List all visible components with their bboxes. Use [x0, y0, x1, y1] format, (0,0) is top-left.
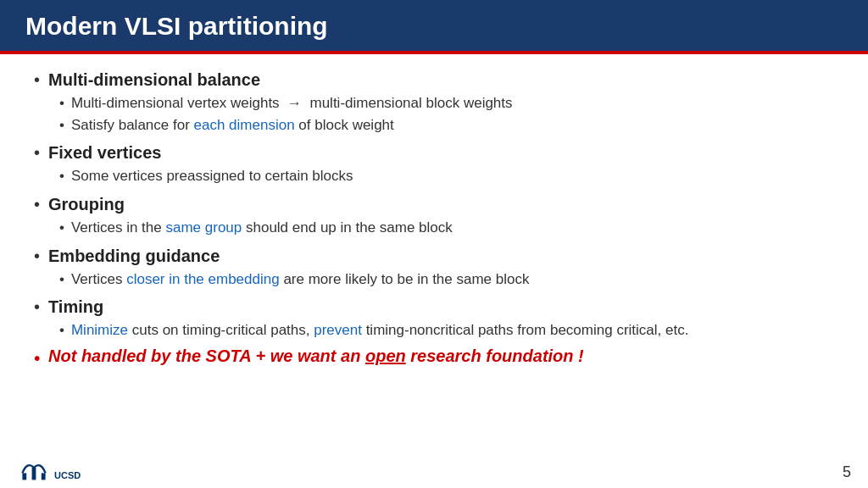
sub-bullet-dot: •: [59, 93, 64, 114]
sub-item: • Satisfy balance for each dimension of …: [59, 115, 834, 136]
main-list: • Multi-dimensional balance • Multi-dime…: [34, 68, 834, 375]
bullet-dot: •: [34, 141, 40, 164]
main-label-final: Not handled by the SOTA + we want an ope…: [48, 347, 584, 366]
main-bullet-fixed: • Fixed vertices: [34, 141, 834, 164]
page-number: 5: [843, 463, 851, 481]
main-bullet-embedding: • Embedding guidance: [34, 244, 834, 268]
sub-list-embedding: • Vertices closer in the embedding are m…: [59, 269, 834, 291]
main-label-embedding: Embedding guidance: [48, 244, 220, 268]
sub-bullet-dot: •: [59, 115, 64, 136]
main-bullet-timing: • Timing: [34, 295, 834, 319]
svg-rect-0: [22, 473, 26, 480]
main-bullet-final: • Not handled by the SOTA + we want an o…: [34, 347, 834, 370]
sub-list-timing: • Minimize cuts on timing-critical paths…: [59, 320, 834, 341]
ucsd-text: UCSD: [54, 470, 81, 480]
sub-item: • Multi-dimensional vertex weights → mul…: [59, 93, 834, 114]
main-label-grouping: Grouping: [48, 192, 125, 216]
main-label-balance: Multi-dimensional balance: [48, 68, 260, 92]
bullet-dot: •: [34, 68, 40, 92]
underline-open: open: [365, 347, 406, 365]
ucsd-logo: UCSD UCSD: [17, 454, 81, 481]
sub-item: • Some vertices preassigned to certain b…: [59, 166, 834, 187]
main-bullet-grouping: • Grouping: [34, 192, 834, 216]
main-label-timing: Timing: [48, 295, 103, 319]
highlight-blue: same group: [165, 219, 242, 236]
sub-item: • Vertices closer in the embedding are m…: [59, 269, 834, 291]
main-bullet-balance: • Multi-dimensional balance: [34, 68, 834, 92]
highlight-blue: each dimension: [194, 117, 295, 133]
highlight-blue: prevent: [314, 322, 362, 338]
bullet-dot: •: [34, 295, 40, 319]
sub-bullet-dot: •: [59, 218, 64, 239]
sub-text: Minimize cuts on timing-critical paths, …: [71, 320, 688, 341]
sub-text: Some vertices preassigned to certain blo…: [71, 166, 353, 187]
list-item-embedding: • Embedding guidance • Vertices closer i…: [34, 244, 834, 291]
list-item-fixed: • Fixed vertices • Some vertices preassi…: [34, 141, 834, 187]
sub-item: • Minimize cuts on timing-critical paths…: [59, 320, 834, 341]
slide-title: Modern VLSI partitioning: [25, 12, 843, 41]
sub-list-balance: • Multi-dimensional vertex weights → mul…: [59, 93, 834, 136]
slide-content: • Multi-dimensional balance • Multi-dime…: [0, 54, 868, 449]
slide-footer: UCSD UCSD 5: [0, 449, 868, 488]
sub-bullet-dot: •: [59, 269, 64, 291]
highlight-blue: Minimize: [71, 322, 128, 338]
sub-text: Multi-dimensional vertex weights → multi…: [71, 93, 513, 114]
sub-bullet-dot: •: [59, 320, 64, 341]
bullet-dot: •: [34, 347, 40, 370]
bullet-dot: •: [34, 192, 40, 216]
ucsd-logo-icon: UCSD: [17, 454, 51, 481]
sub-text: Vertices closer in the embedding are mor…: [71, 269, 530, 291]
sub-list-grouping: • Vertices in the same group should end …: [59, 218, 834, 239]
svg-rect-1: [32, 468, 36, 480]
list-item-final: • Not handled by the SOTA + we want an o…: [34, 347, 834, 370]
slide-header: Modern VLSI partitioning: [0, 0, 868, 54]
list-item-balance: • Multi-dimensional balance • Multi-dime…: [34, 68, 834, 136]
sub-item: • Vertices in the same group should end …: [59, 218, 834, 239]
sub-bullet-dot: •: [59, 166, 64, 187]
list-item-timing: • Timing • Minimize cuts on timing-criti…: [34, 295, 834, 341]
highlight-blue: closer in the embedding: [126, 271, 280, 287]
bullet-dot: •: [34, 244, 40, 268]
main-label-fixed: Fixed vertices: [48, 141, 161, 164]
sub-text: Satisfy balance for each dimension of bl…: [71, 115, 394, 136]
svg-rect-2: [42, 473, 46, 480]
list-item-grouping: • Grouping • Vertices in the same group …: [34, 192, 834, 239]
sub-text: Vertices in the same group should end up…: [71, 218, 453, 239]
sub-list-fixed: • Some vertices preassigned to certain b…: [59, 166, 834, 187]
slide: Modern VLSI partitioning • Multi-dimensi…: [0, 0, 868, 488]
